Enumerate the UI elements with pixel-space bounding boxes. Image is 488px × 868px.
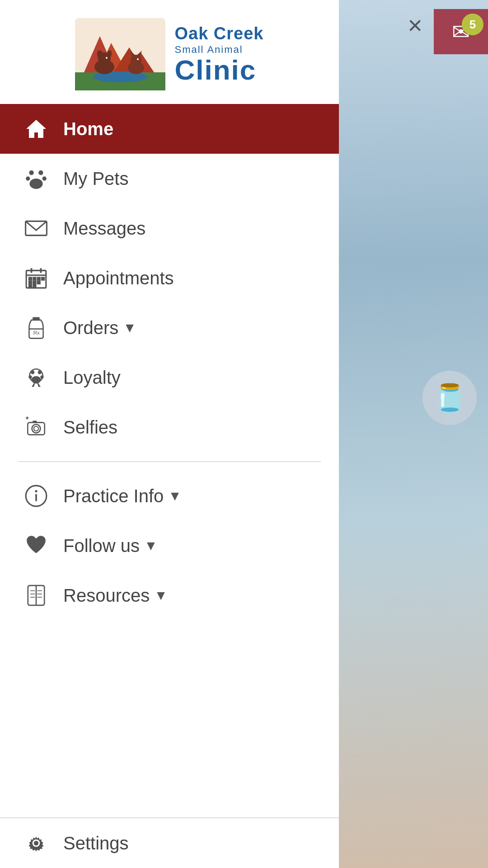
- my-pets-label: My Pets: [63, 169, 128, 189]
- close-button[interactable]: ×: [408, 13, 422, 38]
- svg-point-21: [42, 176, 47, 180]
- svg-point-22: [29, 179, 42, 189]
- notification-badge: 5: [462, 14, 483, 35]
- svg-marker-51: [25, 416, 29, 420]
- svg-rect-32: [29, 281, 31, 283]
- svg-marker-17: [26, 120, 46, 138]
- svg-point-20: [26, 176, 30, 180]
- svg-rect-30: [38, 278, 40, 280]
- info-icon: [18, 478, 54, 514]
- home-icon: [18, 111, 54, 147]
- svg-point-19: [38, 170, 43, 175]
- nav-item-appointments[interactable]: Appointments: [0, 253, 339, 303]
- right-float-jar-icon: 🫙: [422, 371, 477, 425]
- home-label: Home: [63, 119, 113, 139]
- svg-rect-55: [33, 420, 37, 423]
- envelope-icon: [18, 210, 54, 246]
- svg-point-46: [32, 376, 41, 384]
- loyalty-label: Loyalty: [63, 368, 121, 388]
- nav-item-resources[interactable]: Resources ▼: [0, 571, 339, 620]
- nav-item-messages[interactable]: Messages: [0, 203, 339, 253]
- svg-rect-33: [33, 281, 36, 283]
- logo-line1: Oak Creek: [174, 24, 263, 43]
- bottle-icon: Rx: [18, 310, 54, 346]
- nav-item-selfies[interactable]: Selfies: [0, 402, 339, 452]
- logo-area: Oak Creek Small Animal Clinic: [0, 0, 339, 104]
- svg-point-42: [31, 370, 34, 374]
- practice-info-label: Practice Info: [63, 486, 164, 506]
- svg-point-58: [35, 490, 37, 492]
- orders-chevron: ▼: [123, 320, 136, 335]
- svg-point-43: [38, 370, 42, 374]
- nav-item-my-pets[interactable]: My Pets: [0, 154, 339, 203]
- practice-info-chevron: ▼: [168, 488, 182, 504]
- notification-bell-wrap[interactable]: ✉ 5: [434, 9, 488, 54]
- svg-point-68: [34, 841, 38, 845]
- gear-icon: [18, 825, 54, 861]
- svg-point-18: [29, 170, 33, 175]
- nav-list: Home My Pets Me: [0, 104, 339, 868]
- svg-point-54: [34, 426, 38, 431]
- svg-rect-36: [33, 285, 36, 288]
- nav-divider: [18, 461, 321, 462]
- nav-item-settings[interactable]: Settings: [0, 818, 339, 868]
- appointments-label: Appointments: [63, 268, 174, 288]
- nav-item-follow-us[interactable]: Follow us ▼: [0, 521, 339, 571]
- svg-rect-31: [42, 278, 44, 280]
- svg-point-45: [40, 375, 43, 378]
- nav-item-home[interactable]: Home: [0, 104, 339, 154]
- svg-point-11: [106, 57, 108, 59]
- nav-item-practice-info[interactable]: Practice Info ▼: [0, 471, 339, 521]
- paw-icon: [18, 160, 54, 197]
- nav-item-orders[interactable]: Rx Orders ▼: [0, 303, 339, 353]
- follow-us-label: Follow us: [63, 536, 140, 556]
- heart-icon: [18, 528, 54, 564]
- svg-rect-29: [33, 278, 36, 280]
- resources-label: Resources: [63, 585, 150, 606]
- resources-chevron: ▼: [154, 588, 168, 603]
- svg-point-44: [28, 375, 32, 378]
- orders-label: Orders: [63, 318, 118, 338]
- logo-text: Oak Creek Small Animal Clinic: [174, 24, 263, 84]
- settings-label: Settings: [63, 833, 129, 854]
- follow-us-chevron: ▼: [144, 538, 158, 553]
- svg-point-53: [32, 425, 41, 433]
- loyalty-icon: [18, 359, 54, 396]
- logo-line3: Clinic: [174, 56, 263, 84]
- right-side-content: [339, 0, 488, 868]
- selfies-label: Selfies: [63, 417, 117, 438]
- book-icon: [18, 577, 54, 613]
- camera-star-icon: [18, 409, 54, 445]
- svg-rect-34: [38, 281, 40, 283]
- logo-illustration: [75, 18, 165, 90]
- logo-container: Oak Creek Small Animal Clinic: [75, 18, 263, 90]
- nav-item-loyalty[interactable]: Loyalty: [0, 353, 339, 402]
- notification-area: ✉ 5: [434, 9, 488, 54]
- calendar-icon: [18, 260, 54, 296]
- svg-point-16: [137, 58, 139, 60]
- nav-bottom: Settings: [0, 817, 339, 868]
- svg-rect-28: [29, 278, 31, 280]
- navigation-drawer: Oak Creek Small Animal Clinic Home: [0, 0, 339, 868]
- nav-spacer: [0, 620, 339, 817]
- svg-rect-35: [29, 285, 31, 288]
- messages-label: Messages: [63, 218, 145, 239]
- svg-text:Rx: Rx: [33, 330, 40, 335]
